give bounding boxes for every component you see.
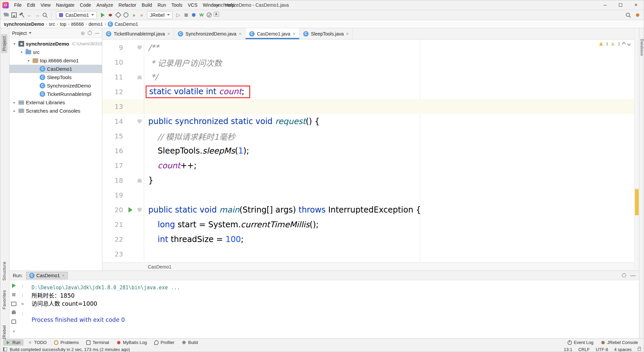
maximize-button[interactable] <box>613 0 628 10</box>
tree-item-src[interactable]: ▾src <box>9 48 102 56</box>
run-tab[interactable]: C CasDemo1 × <box>26 272 68 279</box>
code-line-text[interactable]: // 模拟请求耗时1毫秒 <box>144 129 634 143</box>
fold-gutter[interactable] <box>135 119 144 124</box>
line-number[interactable]: 13 <box>102 103 126 111</box>
run-icon[interactable] <box>99 12 106 18</box>
close-icon[interactable]: × <box>346 31 349 37</box>
editor-breadcrumb[interactable]: CasDemo1 <box>102 262 634 271</box>
forward-icon[interactable]: → <box>34 12 41 18</box>
menu-build[interactable]: Build <box>139 2 155 8</box>
more-icon[interactable]: » <box>11 328 16 334</box>
tree-item-synchronizeddemo[interactable]: CSynchronizedDemo <box>9 81 102 90</box>
menu-refactor[interactable]: Refactor <box>116 2 139 8</box>
close-icon[interactable]: × <box>239 31 241 37</box>
dock-tab-project[interactable]: Project <box>1 34 7 53</box>
editor-tab-synchronizeddemo-java[interactable]: CSynchronizedDemo.java× <box>174 28 246 39</box>
lock-icon[interactable] <box>638 348 641 351</box>
dot-blue-icon[interactable] <box>191 12 197 18</box>
toolwindow-tab-terminal[interactable]: Terminal <box>83 339 112 346</box>
tree-item-casdemo1[interactable]: CCasDemo1 <box>9 65 102 73</box>
debug-icon[interactable] <box>107 12 114 18</box>
toolwindow-tab-problems[interactable]: Problems <box>51 339 82 346</box>
code-line-text[interactable]: public synchronized static void request(… <box>144 114 634 129</box>
line-number[interactable]: 14 <box>102 117 126 125</box>
tree-item-top-it6666-demo1[interactable]: ▾top.it6666.demo1 <box>9 56 102 65</box>
tree-collapse-icon[interactable]: ▾ <box>12 42 17 46</box>
breadcrumb-item-it6666[interactable]: it6666 <box>71 21 84 27</box>
next-issue-icon[interactable] <box>627 42 631 46</box>
editor-scrollbar[interactable] <box>634 28 639 271</box>
save-icon[interactable] <box>11 12 17 18</box>
notifications-icon[interactable] <box>634 12 641 18</box>
code-line-text[interactable] <box>144 188 634 202</box>
toolwindow-tab-profiler[interactable]: Profiler <box>151 339 177 346</box>
rerun-icon[interactable] <box>11 283 16 288</box>
prev-issue-icon[interactable] <box>622 42 626 46</box>
hide-panel-icon[interactable]: — <box>630 273 636 279</box>
jrebel-run-icon[interactable]: » <box>130 12 137 18</box>
fold-marker-icon[interactable] <box>138 46 142 50</box>
code-line-text[interactable] <box>144 247 634 261</box>
project-panel-title[interactable]: Project <box>12 31 27 36</box>
line-number[interactable]: 10 <box>102 58 126 66</box>
toolwindow-tab-build[interactable]: Build <box>179 339 201 346</box>
fold-marker-icon[interactable] <box>138 208 142 212</box>
ban-icon[interactable] <box>206 12 213 18</box>
editor-tab-sleeptools-java[interactable]: CSleepTools.java× <box>300 28 353 39</box>
menu-edit[interactable]: Edit <box>24 2 38 8</box>
translate-icon[interactable]: A <box>214 12 219 17</box>
tree-item-external-libraries[interactable]: ▸External Libraries <box>9 98 102 107</box>
code-line-text[interactable]: public static void main(String[] args) t… <box>144 202 634 217</box>
breadcrumb-item-top[interactable]: top <box>60 21 66 27</box>
line-number[interactable]: 9 <box>102 44 126 52</box>
close-icon[interactable]: × <box>293 31 296 37</box>
tree-item-sleeptools[interactable]: CSleepTools <box>9 73 102 81</box>
run-line-icon[interactable] <box>128 207 132 213</box>
encoding[interactable]: UTF-8 <box>596 347 608 352</box>
fold-gutter[interactable] <box>135 46 144 50</box>
code-line-text[interactable]: static volatile int count; <box>144 84 634 99</box>
toolwindow-toggle-icon[interactable] <box>3 347 7 351</box>
coverage-icon[interactable] <box>115 12 121 18</box>
dock-tab-database[interactable]: Database <box>639 37 644 58</box>
toolwindow-tab-event-log[interactable]: Event Log <box>565 339 597 346</box>
tree-expand-icon[interactable]: ▸ <box>12 101 17 104</box>
breadcrumb-item-synchronizedemo[interactable]: synchronizeDemo <box>4 21 44 27</box>
code-line-text[interactable]: int threadSize = 100; <box>144 232 634 247</box>
code-line-text[interactable]: SleepTools.sleepMs(1); <box>144 143 634 158</box>
printer-icon[interactable] <box>11 310 16 315</box>
dock-tab-favorites[interactable]: Favorites <box>1 288 7 311</box>
fold-gutter[interactable] <box>135 75 144 79</box>
up-icon[interactable]: ↑ <box>20 283 25 288</box>
w-green-icon[interactable]: W <box>198 12 205 18</box>
code-line-text[interactable]: } <box>144 173 634 188</box>
fold-gutter[interactable] <box>135 178 144 183</box>
fold-marker-icon[interactable] <box>138 119 142 124</box>
tree-item-ticketrunnableimpl[interactable]: CTicketRunnableImpl <box>9 90 102 98</box>
code-line-text[interactable]: count++; <box>144 158 634 173</box>
line-number[interactable]: 22 <box>102 235 126 243</box>
line-number[interactable]: 12 <box>102 88 126 96</box>
fold-marker-icon[interactable] <box>138 75 142 79</box>
breadcrumb-item-src[interactable]: src <box>49 21 55 27</box>
profiler-icon[interactable] <box>122 12 129 18</box>
line-number[interactable]: 20 <box>102 206 126 214</box>
warning-stripe-marker[interactable] <box>635 189 639 215</box>
menu-vcs[interactable]: VCS <box>185 2 200 8</box>
close-icon[interactable]: × <box>62 273 65 278</box>
hide-panel-icon[interactable]: — <box>95 31 99 36</box>
line-number[interactable]: 19 <box>102 191 126 199</box>
gear-icon[interactable] <box>622 273 626 278</box>
jrebel-debug-icon[interactable]: » <box>138 12 145 18</box>
menu-run[interactable]: Run <box>155 2 169 8</box>
code-line-text[interactable]: /** <box>144 40 634 55</box>
toolwindow-tab-todo[interactable]: TODO <box>25 339 50 346</box>
line-number[interactable]: 17 <box>102 162 126 170</box>
tree-item-scratches-and-consoles[interactable]: ▸Scratches and Consoles <box>9 107 102 115</box>
dock-tab-structure[interactable]: Structure <box>1 259 7 283</box>
search-icon[interactable] <box>42 12 48 18</box>
hammer-icon[interactable] <box>18 12 25 18</box>
close-icon[interactable]: × <box>167 31 170 37</box>
menu-view[interactable]: View <box>38 2 53 8</box>
code-line-text[interactable] <box>144 99 634 114</box>
